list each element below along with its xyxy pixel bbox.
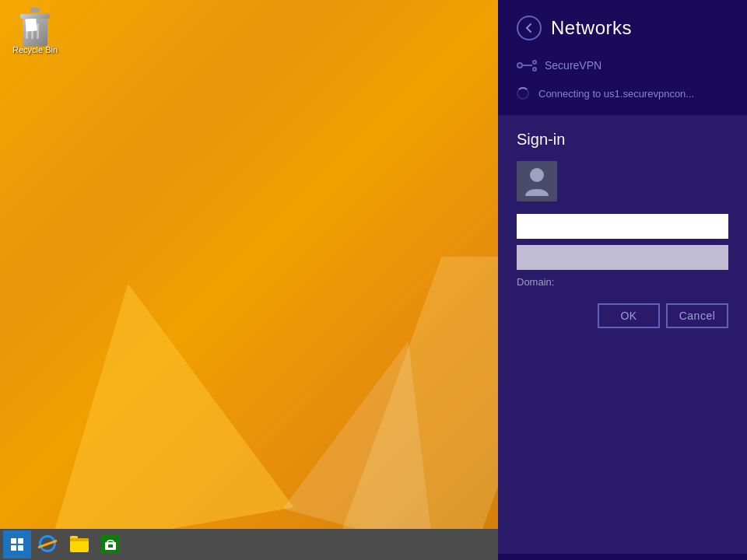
- connecting-status: Connecting to us1.securevpncon...: [498, 78, 747, 109]
- signin-title: Sign-in: [517, 131, 728, 149]
- cancel-button[interactable]: Cancel: [666, 303, 728, 328]
- back-button[interactable]: [517, 16, 542, 40]
- recycle-bin-icon[interactable]: Recycle Bin: [8, 8, 62, 55]
- signin-form: Sign-in Domain: OK Cancel: [498, 115, 747, 554]
- avatar-figure-icon: [524, 166, 549, 196]
- svg-rect-1: [108, 544, 113, 548]
- vpn-entry[interactable]: SecureVPN: [498, 53, 747, 78]
- store-button[interactable]: [96, 530, 124, 558]
- connecting-text: Connecting to us1.securevpncon...: [538, 88, 694, 100]
- svg-point-2: [530, 168, 544, 182]
- ie-button[interactable]: [34, 530, 62, 558]
- desktop: Recycle Bin: [0, 0, 498, 529]
- user-avatar: [517, 161, 557, 201]
- networks-panel-title: Networks: [551, 17, 632, 39]
- vpn-name: SecureVPN: [545, 59, 601, 72]
- username-input[interactable]: [517, 214, 728, 239]
- start-button[interactable]: [3, 530, 31, 558]
- store-icon: [101, 535, 120, 554]
- password-input[interactable]: [517, 245, 728, 270]
- vpn-icon: [517, 60, 537, 72]
- file-explorer-button[interactable]: [65, 530, 93, 558]
- signin-buttons: OK Cancel: [517, 303, 728, 328]
- panel-header: Networks: [498, 0, 747, 53]
- connecting-spinner: [517, 87, 529, 100]
- domain-label: Domain:: [517, 276, 728, 288]
- taskbar: [0, 529, 498, 560]
- ok-button[interactable]: OK: [598, 303, 660, 328]
- networks-panel: Networks SecureVPN Connecting to us1.sec…: [498, 0, 747, 560]
